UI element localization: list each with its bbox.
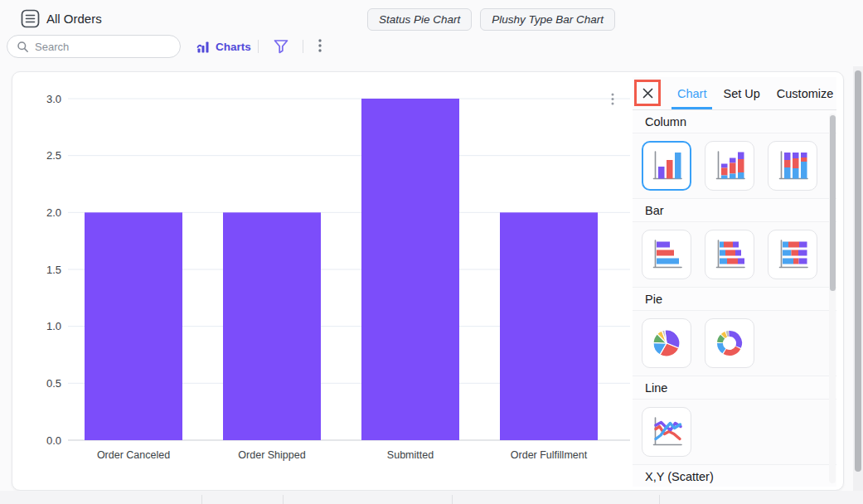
chart-type-section-line: Line <box>633 376 836 465</box>
svg-text:Order Canceled: Order Canceled <box>97 449 170 461</box>
toolbar-divider <box>303 40 303 53</box>
chart-type-bar-stacked[interactable] <box>705 230 754 279</box>
tab-customize[interactable]: Customize <box>777 77 834 109</box>
section-label: Line <box>633 376 836 400</box>
grid-column-divider <box>283 495 284 504</box>
chart-type-pie[interactable] <box>642 318 691 368</box>
chart-menu-button[interactable] <box>607 90 622 109</box>
bar-stacked-icon <box>711 238 748 271</box>
chart-bar[interactable] <box>85 212 182 440</box>
orders-bar-chart: 0.00.51.01.52.02.53.0Order CanceledOrder… <box>25 84 642 473</box>
kebab-menu-icon <box>313 36 327 55</box>
kebab-menu-icon <box>607 90 622 109</box>
search-input[interactable] <box>35 41 167 53</box>
chart-type-tiles <box>633 400 836 465</box>
charts-button-label: Charts <box>216 41 251 53</box>
panel-scrollbar-thumb[interactable] <box>830 115 836 291</box>
page-scrollbar-thumb[interactable] <box>855 70 861 472</box>
view-tab-status-pie-chart[interactable]: Status Pie Chart <box>367 8 472 31</box>
donut-icon <box>711 327 748 360</box>
tab-chart[interactable]: Chart <box>677 77 706 109</box>
search-icon <box>17 41 29 53</box>
bar-grouped-icon <box>648 238 685 271</box>
chart-card: 0.00.51.01.52.02.53.0Order CanceledOrder… <box>12 71 844 491</box>
section-label: X,Y (Scatter) <box>633 465 836 487</box>
chart-type-column-grouped[interactable] <box>642 141 691 191</box>
chart-bar[interactable] <box>500 212 598 440</box>
chart-type-column-stacked[interactable] <box>705 141 754 191</box>
close-panel-button[interactable] <box>634 80 661 106</box>
svg-text:1.5: 1.5 <box>46 264 61 276</box>
bar-100-stacked-icon <box>774 238 811 271</box>
chart-type-tiles <box>633 222 836 288</box>
search-box[interactable] <box>7 35 181 58</box>
chart-bar[interactable] <box>361 99 459 440</box>
filter-button[interactable] <box>271 37 291 56</box>
charts-button[interactable]: Charts <box>196 37 251 56</box>
close-icon <box>640 85 656 101</box>
svg-text:0.0: 0.0 <box>46 434 61 447</box>
chart-type-section-pie: Pie <box>633 288 836 376</box>
section-label: Bar <box>633 199 836 222</box>
grid-edge-strip <box>0 491 863 504</box>
section-label: Column <box>633 110 836 133</box>
chart-type-bar-100-stacked[interactable] <box>768 230 817 279</box>
view-tab-plushy-type-bar-chart[interactable]: Plushy Type Bar Chart <box>480 8 615 31</box>
chart-type-section-column: Column <box>633 110 836 199</box>
toolbar-divider <box>258 40 259 53</box>
svg-text:Order Shipped: Order Shipped <box>238 449 305 461</box>
grid-column-divider <box>659 495 660 504</box>
chart-bar[interactable] <box>223 212 321 440</box>
more-options-button[interactable] <box>313 36 327 55</box>
line-icon <box>648 415 685 448</box>
grid-column-divider <box>201 495 202 504</box>
svg-text:Submitted: Submitted <box>387 449 434 461</box>
chart-type-tiles <box>633 133 836 199</box>
chart-type-column-100-stacked[interactable] <box>768 141 817 191</box>
chart-plot-area: 0.00.51.01.52.02.53.0Order CanceledOrder… <box>25 84 642 473</box>
chart-type-section-x-y-scatter: X,Y (Scatter) <box>633 465 836 487</box>
panel-scrollbar[interactable] <box>829 114 836 483</box>
bar-chart-icon <box>196 40 211 54</box>
chart-type-bar-grouped[interactable] <box>642 230 691 279</box>
grid-column-divider <box>452 495 453 504</box>
filter-funnel-icon <box>271 37 291 56</box>
svg-text:1.0: 1.0 <box>46 320 61 332</box>
chart-config-panel: Chart Set Up Customize ColumnBarPieLineX… <box>633 77 836 487</box>
section-label: Pie <box>633 288 836 311</box>
column-grouped-icon <box>648 149 685 182</box>
column-stacked-icon <box>711 149 748 182</box>
chart-type-section-bar: Bar <box>633 199 836 288</box>
svg-text:3.0: 3.0 <box>46 93 61 105</box>
chart-type-tiles <box>633 311 836 376</box>
panel-tab-bar: Chart Set Up Customize <box>633 77 836 110</box>
pie-icon <box>648 327 685 360</box>
view-list-icon[interactable] <box>21 9 40 28</box>
svg-text:Order Fulfillment: Order Fulfillment <box>511 449 588 461</box>
svg-text:2.5: 2.5 <box>46 149 61 162</box>
column-100-stacked-icon <box>774 149 811 182</box>
view-tabs: Status Pie Chart Plushy Type Bar Chart <box>367 8 615 31</box>
chart-type-list: ColumnBarPieLineX,Y (Scatter) <box>633 110 836 487</box>
chart-type-donut[interactable] <box>705 318 754 368</box>
page-scrollbar[interactable] <box>853 66 863 504</box>
svg-text:0.5: 0.5 <box>46 377 61 390</box>
tab-set-up[interactable]: Set Up <box>723 77 759 109</box>
svg-text:2.0: 2.0 <box>46 206 61 219</box>
chart-type-line[interactable] <box>642 407 691 457</box>
page-title: All Orders <box>46 12 102 26</box>
